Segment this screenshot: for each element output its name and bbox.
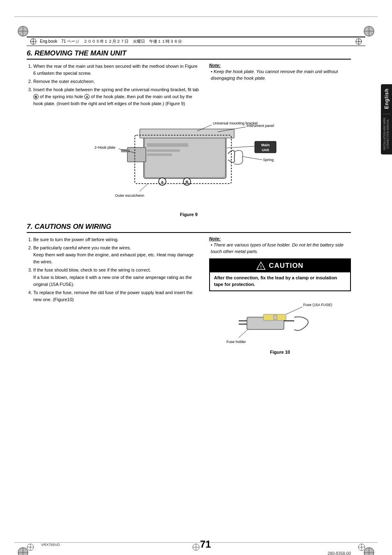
section7-title: 7. CAUTIONS ON WIRING [27,223,351,233]
manual-type-label: INSTALLATION AND WIRECONNECTION MANUAL [383,117,390,150]
svg-text:2-Hook plate: 2-Hook plate [95,145,115,150]
section6-right-col: Note: •Keep the hook plate. You cannot r… [209,63,351,108]
section6-note-title: Note: [209,63,221,68]
svg-text:Main: Main [261,143,270,147]
section6-step1: When the rear of the main unit has been … [33,63,200,77]
figure9-area: A B Universal mounting bracket 2-Hook pl… [27,113,351,217]
section6-note: Note: •Keep the hook plate. You cannot r… [209,63,351,82]
figure10-caption: Figure 10 [209,350,351,355]
header-text: Eng.book 71 ページ ２００５年１２月２７日 火曜日 午後１１時３６分 [40,39,182,44]
bottom-left-crosshair [27,543,34,552]
section6-left-col: When the rear of the main unit has been … [27,63,200,108]
bottom-right-crosshair [358,543,365,552]
section6-step3: Insert the hook plate between the spring… [33,86,200,107]
svg-rect-43 [274,315,277,320]
language-label: English [384,88,390,109]
svg-rect-14 [147,143,188,147]
svg-text:Spring: Spring [263,158,274,162]
section7-step1: Be sure to turn the power off before wir… [33,236,200,243]
section7-step4: To replace the fuse, remove the old fuse… [33,289,200,303]
figure10-area: Fuse (15A FUSE) Fuse holder Figure 10 [209,295,351,355]
header-bar: Eng.book 71 ページ ２００５年１２月２７日 火曜日 午後１１時３６分 [27,37,365,46]
corner-mark-top-left [17,25,29,38]
section7-steps: Be sure to turn the power off before wir… [27,236,200,303]
section7-note-title: Note: [209,236,221,241]
section7-step3: If the fuse should blow, check to see if… [33,267,200,288]
section6-steps: When the rear of the main unit has been … [27,63,200,107]
figure10-diagram: Fuse (15A FUSE) Fuse holder [222,295,337,348]
svg-text:Outer escutcheon: Outer escutcheon [115,193,144,198]
part-number: 280-8358-00 [327,551,351,555]
figure9-caption: Figure 9 [27,212,351,217]
svg-line-49 [239,329,248,338]
svg-text:Fuse (15A FUSE): Fuse (15A FUSE) [303,303,332,307]
section7-note-item1: •There are various types of fuse holder.… [211,242,351,255]
svg-text:Unit: Unit [262,148,269,152]
header-crosshair-icon [30,38,37,45]
svg-rect-16 [147,154,172,156]
section6-note-item1: •Keep the hook plate. You cannot remove … [211,69,351,82]
svg-text:Instrument panel: Instrument panel [247,124,274,128]
caution-body-text: After the connection, fix the lead by a … [210,272,350,290]
figure9-diagram: A B Universal mounting bracket 2-Hook pl… [74,113,304,211]
header-crosshair-right-icon [355,38,362,45]
page-footer: VRX765VD 71 [41,539,351,550]
svg-text:Fuse holder: Fuse holder [226,340,246,344]
svg-rect-15 [147,150,180,152]
svg-line-34 [227,146,255,148]
caution-label: CAUTION [269,262,303,270]
svg-line-37 [140,184,148,191]
model-number: VRX765VD [41,543,60,547]
svg-line-47 [286,307,302,314]
section7-right-col: Note: •There are various types of fuse h… [209,236,351,355]
caution-header: ! CAUTION [210,259,350,272]
section6-title: 6. REMOVING THE MAIN UNIT [27,49,351,60]
svg-rect-17 [127,147,146,162]
section7-step2: Be particularly careful where you route … [33,244,200,265]
caution-box: ! CAUTION After the connection, fix the … [209,258,351,291]
caution-triangle-icon: ! [256,261,265,270]
section7-left-col: Be sure to turn the power off before wir… [27,236,200,355]
section7-note: Note: •There are various types of fuse h… [209,236,351,255]
svg-line-35 [242,157,262,160]
side-language-tab: English INSTALLATION AND WIRECONNECTION … [381,84,392,154]
svg-rect-19 [140,129,234,138]
main-content: 6. REMOVING THE MAIN UNIT When the rear … [27,49,365,355]
svg-text:!: ! [260,265,262,269]
section6-step2: Remove the outer escutcheon. [33,78,200,85]
page-number: 71 [200,539,211,550]
corner-mark-top-right [363,25,375,38]
